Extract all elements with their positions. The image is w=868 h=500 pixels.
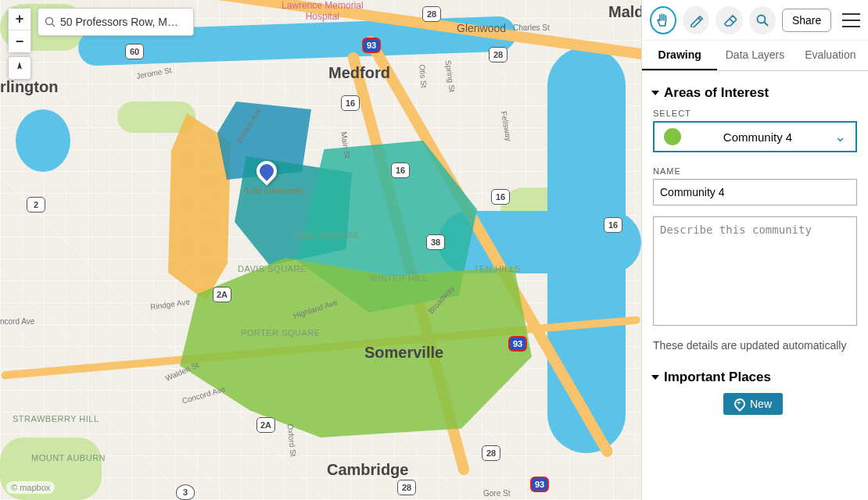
road-ncord: ncord Ave — [0, 317, 34, 326]
section-title: Important Places — [664, 370, 771, 385]
auto-update-hint: These details are updated automatically — [653, 338, 857, 354]
zoom-out-button[interactable]: − — [9, 30, 30, 52]
zoom-control: + − — [8, 8, 31, 53]
section-important-places[interactable]: Important Places — [653, 370, 857, 385]
shield-16: 16 — [391, 162, 410, 178]
svg-line-1 — [52, 24, 56, 27]
svg-point-2 — [757, 15, 765, 23]
pin-plus-icon — [732, 396, 748, 412]
community-name-input[interactable] — [653, 179, 857, 205]
label-select: SELECT — [653, 109, 857, 118]
new-place-label: New — [750, 398, 772, 410]
side-panel: Share Drawing Data Layers Evaluation Are… — [641, 0, 868, 500]
shield-28: 28 — [422, 6, 441, 22]
tool-pan[interactable] — [650, 6, 676, 34]
zoom-in-button[interactable]: + — [9, 9, 30, 30]
shield-16: 16 — [604, 217, 622, 233]
section-areas-of-interest[interactable]: Areas of Interest — [653, 85, 857, 101]
search-input[interactable] — [60, 16, 187, 28]
tab-evaluation[interactable]: Evaluation — [793, 41, 868, 70]
shield-i93: 93 — [508, 336, 527, 352]
panel-body: Areas of Interest SELECT Community 4 ⌄ N… — [642, 71, 868, 500]
shield-i93: 93 — [530, 477, 549, 492]
search-icon — [45, 16, 56, 27]
svg-point-0 — [46, 18, 53, 25]
community-select[interactable]: Community 4 ⌄ — [653, 121, 857, 152]
chevron-down-icon: ⌄ — [834, 128, 846, 145]
shield-us3: 3 — [176, 484, 195, 500]
caret-icon — [651, 91, 659, 95]
menu-button[interactable] — [842, 11, 860, 30]
shield-28: 28 — [489, 47, 508, 62]
svg-line-3 — [764, 22, 768, 26]
shield-60: 60 — [125, 44, 144, 59]
shield-16: 16 — [341, 95, 360, 111]
share-button[interactable]: Share — [782, 9, 831, 32]
tab-bar: Drawing Data Layers Evaluation — [642, 41, 868, 71]
shield-28: 28 — [482, 445, 500, 461]
shield-38: 38 — [426, 234, 445, 250]
community-description-input[interactable] — [653, 216, 857, 326]
shield-i93: 93 — [362, 38, 381, 53]
tab-drawing[interactable]: Drawing — [642, 41, 717, 70]
shield-16: 16 — [491, 189, 510, 205]
tool-draw[interactable] — [683, 6, 709, 34]
tab-data-layers[interactable]: Data Layers — [717, 41, 792, 70]
road-charles: Charles St — [513, 23, 550, 32]
search-box — [38, 8, 194, 36]
attribution: © mapbox — [6, 481, 55, 494]
community-color-dot — [664, 128, 681, 145]
toolbar: Share — [642, 0, 868, 41]
tool-erase[interactable] — [716, 6, 742, 34]
compass-button[interactable] — [8, 56, 31, 80]
shield-2A: 2A — [256, 417, 275, 433]
community-select-label: Community 4 — [690, 130, 825, 144]
tool-inspect[interactable] — [749, 6, 776, 34]
map-canvas[interactable]: Medford Somerville Cambridge Glenwood rl… — [0, 0, 641, 500]
section-title: Areas of Interest — [664, 85, 769, 101]
shield-2: 2 — [27, 197, 45, 212]
road-gore: Gore St — [483, 489, 510, 498]
shield-28: 28 — [397, 480, 416, 495]
label-name: NAME — [653, 166, 857, 176]
new-place-button[interactable]: New — [723, 393, 783, 415]
shield-2A: 2A — [213, 287, 231, 302]
caret-icon — [651, 375, 659, 380]
